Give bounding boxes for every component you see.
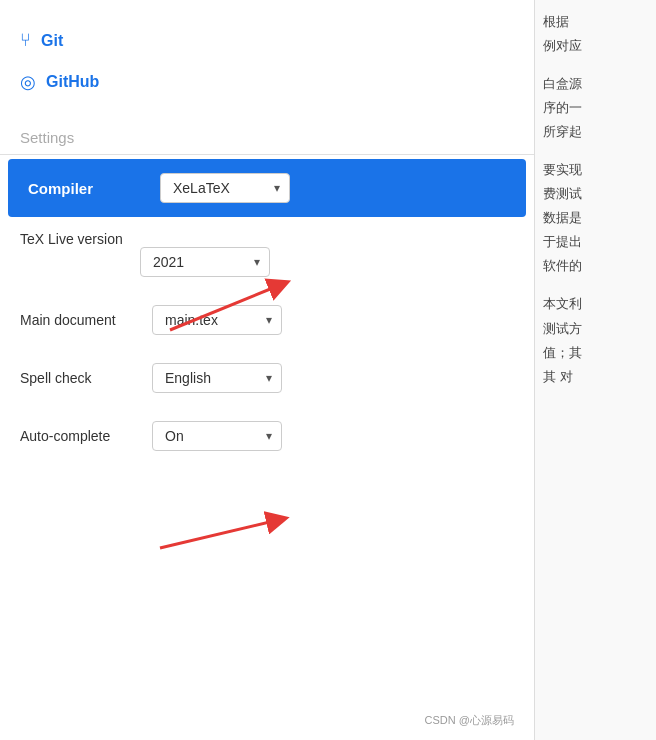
git-icon: ⑂: [20, 30, 31, 51]
right-text-block-3: 要实现费测试数据是于提出软件的: [543, 158, 648, 278]
spell-check-row: Spell check English None French ▾: [0, 349, 534, 407]
tex-live-row: TeX Live version 2021 2020 2019 ▾: [0, 217, 534, 291]
sidebar-item-github[interactable]: ◎ GitHub: [20, 61, 514, 103]
compiler-select[interactable]: XeLaTeX pdfLaTeX LuaLaTeX: [160, 173, 290, 203]
auto-complete-select-wrapper: On Off ▾: [152, 421, 282, 451]
git-label: Git: [41, 32, 63, 50]
auto-complete-label: Auto-complete: [20, 428, 140, 444]
auto-complete-select[interactable]: On Off: [152, 421, 282, 451]
spell-check-select-wrapper: English None French ▾: [152, 363, 282, 393]
csdn-watermark: CSDN @心源易码: [425, 713, 514, 728]
tex-live-select-wrapper: 2021 2020 2019 ▾: [140, 247, 270, 277]
spell-check-label: Spell check: [20, 370, 140, 386]
spell-check-select[interactable]: English None French: [152, 363, 282, 393]
main-document-row: Main document main.tex ▾: [0, 291, 534, 349]
svg-line-3: [160, 520, 278, 548]
right-panel: 根据例对应 白盒源序的一所穿起 要实现费测试数据是于提出软件的 本文利测试方值；…: [535, 0, 656, 740]
right-text-block-2: 白盒源序的一所穿起: [543, 72, 648, 144]
sidebar-item-git[interactable]: ⑂ Git: [20, 20, 514, 61]
settings-heading: Settings: [0, 113, 534, 154]
github-label: GitHub: [46, 73, 99, 91]
divider: [0, 154, 534, 155]
github-icon: ◎: [20, 71, 36, 93]
compiler-select-wrapper: XeLaTeX pdfLaTeX LuaLaTeX ▾: [160, 173, 290, 203]
nav-section: ⑂ Git ◎ GitHub: [0, 0, 534, 113]
right-text-block-1: 根据例对应: [543, 10, 648, 58]
tex-live-select[interactable]: 2021 2020 2019: [140, 247, 270, 277]
compiler-label: Compiler: [28, 180, 148, 197]
main-document-select-wrapper: main.tex ▾: [152, 305, 282, 335]
compiler-row: Compiler XeLaTeX pdfLaTeX LuaLaTeX ▾: [8, 159, 526, 217]
tex-live-label: TeX Live version: [20, 231, 140, 247]
auto-complete-row: Auto-complete On Off ▾: [0, 407, 534, 465]
settings-section: Compiler XeLaTeX pdfLaTeX LuaLaTeX ▾ TeX…: [0, 159, 534, 465]
main-document-select[interactable]: main.tex: [152, 305, 282, 335]
right-text-block-4: 本文利测试方值；其其 对: [543, 292, 648, 388]
main-document-label: Main document: [20, 312, 140, 328]
